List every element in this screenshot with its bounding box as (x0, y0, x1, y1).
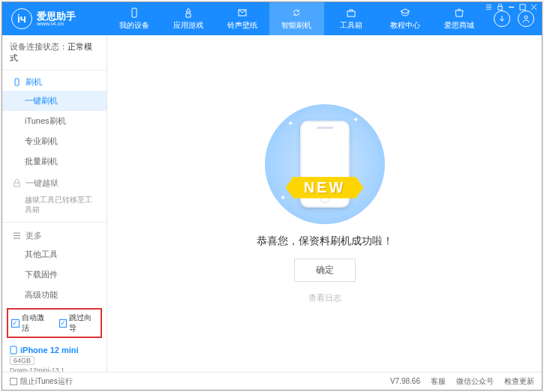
download-button[interactable] (494, 10, 510, 27)
nav-my-device[interactable]: 我的设备 (107, 2, 161, 35)
success-illustration: ✦ ✦ ✦ NEW (265, 104, 385, 224)
check-update-link[interactable]: 检查更新 (504, 376, 534, 387)
sidebar-group-flash[interactable]: 刷机 (2, 70, 107, 91)
nav-apps[interactable]: 应用游戏 (161, 2, 215, 35)
graduation-icon (399, 7, 411, 19)
success-message: 恭喜您，保资料刷机成功啦！ (257, 235, 393, 248)
main-nav: 我的设备 应用游戏 铃声壁纸 智能刷机 工具箱 教程中心 爱思商城 (107, 2, 486, 35)
menu-icon (13, 232, 21, 240)
app-url: www.i4.cn (37, 21, 76, 27)
store-icon (453, 7, 465, 19)
logo: iч 爱思助手 www.i4.cn (2, 2, 107, 35)
sparkle-icon: ✦ (353, 115, 359, 124)
apps-icon (182, 7, 194, 19)
view-log-link[interactable]: 查看日志 (308, 292, 341, 304)
phone-icon (13, 78, 21, 86)
wechat-link[interactable]: 微信公众号 (456, 376, 494, 387)
main-panel: ✦ ✦ ✦ NEW 恭喜您，保资料刷机成功啦！ 确定 查看日志 (107, 35, 542, 372)
user-button[interactable] (518, 10, 534, 27)
sparkle-icon: ✦ (287, 119, 293, 127)
sidebar-item-advanced[interactable]: 高级功能 (2, 285, 107, 305)
app-name: 爱思助手 (37, 11, 76, 21)
svg-rect-1 (520, 4, 525, 10)
svg-rect-8 (11, 346, 17, 354)
svg-rect-7 (14, 183, 20, 187)
svg-point-5 (524, 16, 527, 19)
minimize-icon[interactable] (508, 4, 515, 10)
wallpaper-icon (236, 7, 248, 19)
sidebar-item-othertools[interactable]: 其他工具 (2, 244, 107, 265)
checkbox-auto-activate[interactable]: ✓自动激活 (11, 313, 50, 334)
sidebar-item-itunes[interactable]: iTunes刷机 (2, 111, 107, 131)
sidebar-item-batch[interactable]: 批量刷机 (2, 151, 107, 172)
svg-rect-0 (498, 7, 502, 10)
sidebar-item-oneclick[interactable]: 一键刷机 (2, 91, 107, 111)
window-controls (485, 4, 537, 10)
nav-ringtones[interactable]: 铃声壁纸 (215, 2, 269, 35)
checkbox-icon: ✓ (59, 319, 68, 328)
block-itunes-checkbox[interactable]: 阻止iTunes运行 (10, 376, 73, 387)
sidebar: 设备连接状态：正常模式 刷机 一键刷机 iTunes刷机 专业刷机 批量刷机 一… (2, 35, 107, 372)
menu-icon[interactable] (485, 4, 492, 10)
sidebar-item-download[interactable]: 下载固件 (2, 265, 107, 285)
divider (2, 222, 107, 223)
footer: 阻止iTunes运行 V7.98.66 客服 微信公众号 检查更新 (2, 372, 542, 390)
maximize-icon[interactable] (519, 4, 526, 10)
sidebar-group-more[interactable]: 更多 (2, 224, 107, 244)
jailbreak-note: 越狱工具已转移至工具箱 (2, 192, 107, 220)
nav-flash[interactable]: 智能刷机 (269, 2, 323, 35)
checkbox-icon (10, 378, 17, 385)
new-ribbon: NEW (286, 177, 364, 199)
lock-icon (13, 179, 21, 187)
sidebar-item-pro[interactable]: 专业刷机 (2, 131, 107, 151)
sidebar-group-jailbreak: 一键越狱 (2, 172, 107, 192)
titlebar: iч 爱思助手 www.i4.cn 我的设备 应用游戏 铃声壁纸 智能刷机 工具… (2, 2, 542, 35)
device-capacity: 64GB (10, 356, 35, 365)
device-name: iPhone 12 mini (10, 346, 99, 355)
version-label: V7.98.66 (390, 377, 420, 385)
customer-service-link[interactable]: 客服 (431, 376, 446, 387)
svg-rect-6 (15, 79, 19, 85)
nav-tutorials[interactable]: 教程中心 (378, 2, 432, 35)
ok-button[interactable]: 确定 (294, 259, 356, 282)
svg-rect-4 (347, 11, 355, 16)
app-window: iч 爱思助手 www.i4.cn 我的设备 应用游戏 铃声壁纸 智能刷机 工具… (2, 1, 542, 391)
refresh-icon (290, 7, 302, 19)
lock-icon[interactable] (497, 4, 503, 10)
checkbox-skip-guide[interactable]: ✓跳过向导 (59, 313, 98, 334)
connection-status: 设备连接状态：正常模式 (2, 35, 107, 70)
sparkle-icon: ✦ (280, 193, 286, 202)
phone-icon (128, 7, 140, 19)
checkbox-icon: ✓ (11, 319, 20, 328)
body: 设备连接状态：正常模式 刷机 一键刷机 iTunes刷机 专业刷机 批量刷机 一… (2, 35, 542, 372)
close-icon[interactable] (530, 4, 537, 10)
svg-rect-2 (132, 8, 137, 17)
phone-icon (10, 346, 17, 355)
nav-toolbox[interactable]: 工具箱 (324, 2, 378, 35)
nav-store[interactable]: 爱思商城 (432, 2, 486, 35)
toolbox-icon (345, 7, 357, 19)
options-box: ✓自动激活 ✓跳过向导 (7, 308, 102, 338)
logo-icon: iч (11, 8, 32, 29)
